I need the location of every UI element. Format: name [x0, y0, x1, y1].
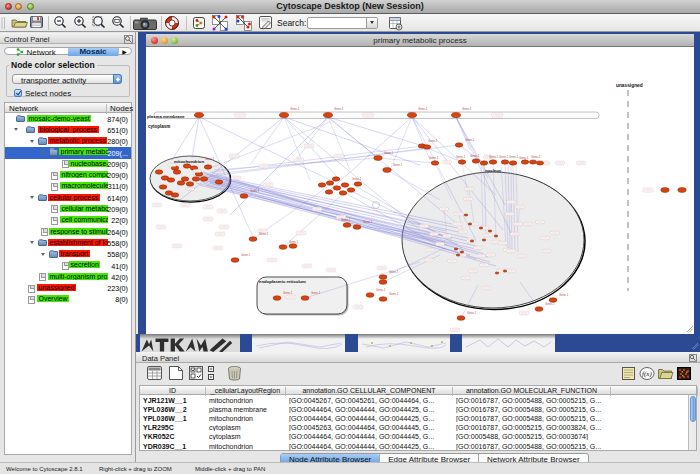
svg-text:Gene-1: Gene-1 — [418, 107, 428, 111]
svg-text:Gene-1: Gene-1 — [559, 293, 569, 297]
svg-text:Gene-1: Gene-1 — [352, 177, 362, 181]
svg-text:Gene-1: Gene-1 — [290, 107, 300, 111]
svg-text:Gene-1: Gene-1 — [241, 253, 251, 257]
svg-text:Gene-1: Gene-1 — [456, 155, 466, 159]
svg-text:Gene-1: Gene-1 — [250, 189, 260, 193]
svg-text:plasma membrane: plasma membrane — [147, 114, 185, 119]
svg-text:Gene-1: Gene-1 — [363, 220, 373, 224]
svg-text:Gene-1: Gene-1 — [376, 288, 386, 292]
svg-text:Gene-1: Gene-1 — [334, 107, 344, 111]
svg-text:Gene-1: Gene-1 — [259, 232, 269, 236]
svg-text:Gene-1: Gene-1 — [467, 311, 477, 315]
svg-text:Gene-1: Gene-1 — [341, 218, 351, 222]
svg-text:Gene-1: Gene-1 — [470, 154, 480, 158]
svg-text:Gene-1: Gene-1 — [384, 151, 394, 155]
svg-text:endoplasmic reticulum: endoplasmic reticulum — [259, 279, 306, 284]
svg-text:Gene-1: Gene-1 — [283, 291, 293, 295]
svg-text:Gene-1: Gene-1 — [489, 155, 499, 159]
svg-text:Gene-1: Gene-1 — [205, 157, 215, 161]
svg-text:Gene-1: Gene-1 — [389, 270, 399, 274]
svg-text:Gene-1: Gene-1 — [289, 240, 299, 244]
svg-text:mitochondrion: mitochondrion — [174, 159, 204, 164]
svg-text:Gene-1: Gene-1 — [499, 155, 509, 159]
svg-text:Gene-1: Gene-1 — [465, 138, 475, 142]
svg-text:f(x): f(x) — [642, 370, 652, 378]
svg-text:cytoplasm: cytoplasm — [148, 124, 170, 129]
svg-text:Gene-1: Gene-1 — [311, 291, 321, 295]
svg-text:Gene-1: Gene-1 — [545, 302, 555, 306]
svg-text:Gene-1: Gene-1 — [509, 155, 519, 159]
svg-text:Gene-1: Gene-1 — [389, 292, 399, 296]
svg-text:unassigned: unassigned — [616, 83, 643, 88]
svg-text:Gene-1: Gene-1 — [519, 156, 529, 160]
svg-text:Gene-1: Gene-1 — [531, 155, 541, 159]
svg-text:Gene-1: Gene-1 — [428, 139, 438, 143]
svg-text:Gene-1: Gene-1 — [462, 107, 472, 111]
svg-text:Gene-1: Gene-1 — [393, 163, 403, 167]
svg-text:Gene-1: Gene-1 — [429, 156, 439, 160]
